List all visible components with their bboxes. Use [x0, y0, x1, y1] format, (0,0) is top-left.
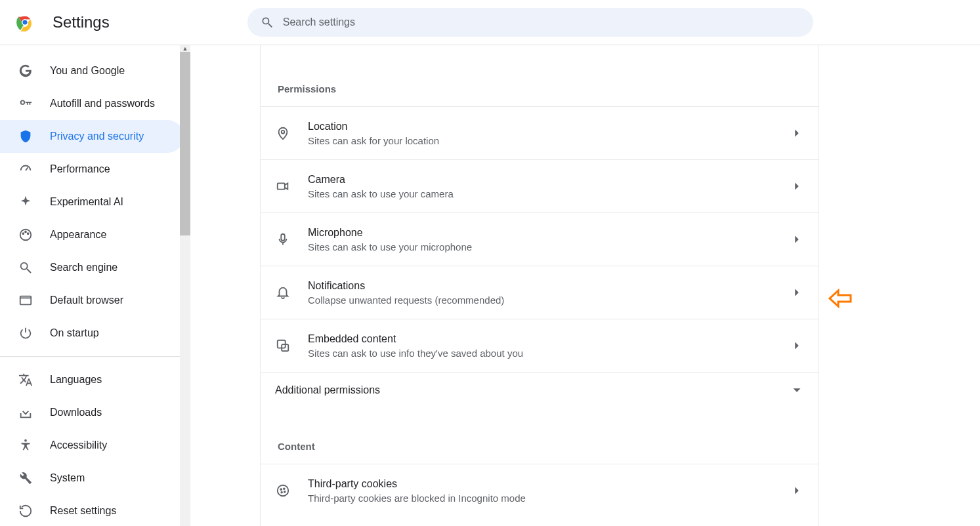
translate-icon	[18, 373, 33, 387]
sidebar-item-performance[interactable]: Performance	[0, 153, 184, 186]
sidebar-item-label: On startup	[50, 327, 99, 339]
palette-icon	[18, 228, 33, 242]
camera-icon	[275, 178, 291, 194]
sidebar-item-reset-settings[interactable]: Reset settings	[0, 495, 184, 526]
app-header: Settings	[0, 0, 980, 45]
scroll-up-icon[interactable]: ▲	[180, 45, 190, 52]
sidebar-item-label: Search engine	[50, 262, 117, 273]
page-title: Settings	[53, 13, 110, 31]
sidebar-item-system[interactable]: System	[0, 462, 184, 495]
sidebar-item-experimental-ai[interactable]: Experimental AI	[0, 186, 184, 218]
accessibility-icon	[18, 438, 33, 453]
key-icon	[18, 96, 33, 111]
sidebar-item-label: Reset settings	[50, 505, 116, 517]
sidebar-item-label: You and Google	[50, 65, 125, 77]
sidebar-item-languages[interactable]: Languages	[0, 363, 184, 396]
additional-permissions-expand[interactable]: Additional permissions	[261, 372, 819, 408]
sidebar-item-label: Downloads	[50, 407, 102, 418]
microphone-icon	[275, 232, 291, 247]
svg-point-19	[284, 491, 286, 493]
sidebar-divider	[0, 356, 190, 357]
sidebar-item-on-startup[interactable]: On startup	[0, 317, 184, 350]
row-title: Embedded content	[308, 333, 790, 345]
row-sub: Third-party cookies are blocked in Incog…	[308, 493, 790, 504]
speedometer-icon	[18, 162, 33, 176]
svg-point-6	[28, 233, 29, 234]
search-settings[interactable]	[247, 8, 813, 37]
expand-label: Additional permissions	[275, 384, 380, 396]
chrome-logo-icon	[16, 13, 34, 31]
chevron-right-icon	[790, 232, 804, 247]
svg-point-2	[23, 20, 28, 25]
content-heading: Content	[261, 408, 819, 464]
cookie-icon	[275, 483, 291, 498]
sidebar-item-label: Autofill and passwords	[50, 98, 155, 110]
svg-point-5	[25, 232, 26, 233]
shield-icon	[18, 129, 33, 144]
row-sub: Sites can ask to use info they've saved …	[308, 348, 790, 359]
sidebar-item-search-engine[interactable]: Search engine	[0, 251, 184, 284]
scrollbar-thumb[interactable]	[180, 52, 190, 235]
row-title: Location	[308, 121, 790, 132]
sidebar-item-label: Performance	[50, 163, 110, 175]
sidebar-item-privacy-security[interactable]: Privacy and security	[0, 120, 184, 153]
permission-notifications[interactable]: Notifications Collapse unwanted requests…	[261, 266, 819, 319]
chevron-right-icon	[790, 483, 804, 498]
search-icon	[18, 260, 33, 275]
permission-location[interactable]: Location Sites can ask for your location	[261, 106, 819, 159]
sidebar-item-autofill[interactable]: Autofill and passwords	[0, 87, 184, 120]
row-title: Camera	[308, 174, 790, 186]
sidebar-item-label: Default browser	[50, 294, 123, 306]
search-icon	[261, 16, 283, 29]
sidebar-item-you-and-google[interactable]: You and Google	[0, 54, 184, 87]
chevron-right-icon	[790, 338, 804, 353]
wrench-icon	[18, 471, 33, 485]
svg-point-17	[284, 488, 285, 489]
sidebar-item-appearance[interactable]: Appearance	[0, 218, 184, 251]
sidebar-item-label: Languages	[50, 374, 102, 386]
row-sub: Sites can ask to use your camera	[308, 188, 790, 199]
sidebar-item-label: System	[50, 472, 85, 484]
svg-point-9	[24, 439, 27, 442]
sidebar-item-downloads[interactable]: Downloads	[0, 396, 184, 429]
sidebar-item-label: Appearance	[50, 229, 106, 241]
location-icon	[275, 125, 291, 141]
main-content: Permissions Location Sites can ask for y…	[190, 45, 980, 526]
reset-icon	[18, 504, 33, 518]
row-title: Microphone	[308, 227, 790, 239]
annotation-arrow-icon	[828, 289, 852, 308]
svg-point-16	[280, 489, 282, 490]
chevron-right-icon	[790, 285, 804, 300]
bell-icon	[275, 285, 291, 300]
chevron-right-icon	[790, 126, 804, 140]
sidebar-item-label: Experimental AI	[50, 196, 123, 208]
chevron-down-icon	[790, 383, 804, 397]
sidebar: ▲ You and Google Autofill and passwords …	[0, 45, 190, 526]
svg-rect-11	[278, 183, 285, 189]
sidebar-item-label: Accessibility	[50, 439, 107, 451]
svg-rect-12	[281, 234, 285, 241]
chevron-right-icon	[790, 179, 804, 193]
embedded-icon	[275, 338, 291, 354]
sidebar-item-default-browser[interactable]: Default browser	[0, 284, 184, 317]
download-icon	[18, 405, 33, 420]
svg-point-4	[22, 233, 24, 234]
row-title: Third-party cookies	[308, 478, 790, 490]
svg-point-15	[278, 485, 289, 496]
permission-camera[interactable]: Camera Sites can ask to use your camera	[261, 159, 819, 212]
sidebar-item-accessibility[interactable]: Accessibility	[0, 429, 184, 462]
search-input[interactable]	[283, 16, 800, 28]
google-g-icon	[18, 64, 33, 78]
content-third-party-cookies[interactable]: Third-party cookies Third-party cookies …	[261, 464, 819, 517]
permissions-heading: Permissions	[261, 45, 819, 106]
svg-point-10	[282, 131, 285, 134]
sidebar-item-label: Privacy and security	[50, 131, 144, 142]
window-icon	[18, 293, 33, 308]
row-sub: Sites can ask to use your microphone	[308, 241, 790, 253]
permission-embedded-content[interactable]: Embedded content Sites can ask to use in…	[261, 319, 819, 372]
svg-point-18	[281, 492, 282, 493]
sidebar-scrollbar[interactable]: ▲	[180, 45, 190, 526]
permission-microphone[interactable]: Microphone Sites can ask to use your mic…	[261, 212, 819, 266]
row-sub: Collapse unwanted requests (recommended)	[308, 294, 790, 306]
row-title: Notifications	[308, 280, 790, 292]
